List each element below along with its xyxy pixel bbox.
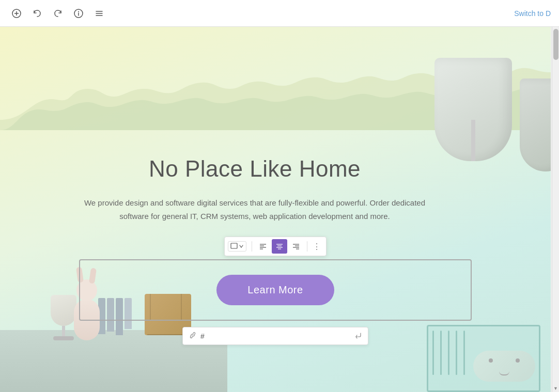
- align-left-button[interactable]: [255, 239, 271, 254]
- info-button[interactable]: [70, 5, 87, 22]
- url-enter-button[interactable]: [354, 332, 362, 340]
- button-type-select[interactable]: [228, 241, 246, 252]
- url-input-field[interactable]: [200, 332, 350, 340]
- button-format-toolbar: ⋮: [224, 237, 327, 256]
- undo-button[interactable]: [29, 5, 45, 22]
- align-right-button[interactable]: [288, 239, 304, 254]
- scrollbar-thumb[interactable]: [553, 29, 558, 60]
- add-button[interactable]: [8, 5, 25, 22]
- redo-button[interactable]: [50, 5, 66, 22]
- switch-to-button[interactable]: Switch to D: [514, 9, 551, 18]
- toolbar-right-actions: Switch to D: [514, 9, 551, 18]
- hero-content: No Place Like Home We provide design and…: [0, 156, 509, 239]
- svg-point-5: [78, 11, 79, 12]
- toolbar-left-actions: [8, 5, 107, 22]
- hero-section: No Place Like Home We provide design and…: [0, 27, 551, 392]
- button-editor-container: ⋮ Learn More: [79, 259, 472, 345]
- url-input-bar: [182, 327, 368, 345]
- learn-more-button[interactable]: Learn More: [216, 275, 334, 305]
- toolbar-divider-1: [252, 241, 252, 252]
- scrollbar-track: ▲ ▼: [552, 27, 559, 392]
- button-selection-box: Learn More: [79, 259, 472, 321]
- canvas-area: No Place Like Home We provide design and…: [0, 27, 551, 392]
- svg-rect-9: [231, 243, 237, 248]
- more-options-button[interactable]: ⋮: [310, 242, 323, 252]
- hero-description: We provide design and software digital s…: [79, 196, 430, 223]
- link-icon: [189, 332, 196, 340]
- hero-title: No Place Like Home: [149, 156, 361, 182]
- toolbar-divider-2: [307, 241, 307, 252]
- main-toolbar: Switch to D: [0, 0, 559, 27]
- align-center-button[interactable]: [272, 239, 287, 254]
- menu-button[interactable]: [91, 5, 107, 22]
- url-bar-wrapper: [79, 321, 472, 345]
- scrollbar-arrow-down[interactable]: ▼: [552, 385, 559, 392]
